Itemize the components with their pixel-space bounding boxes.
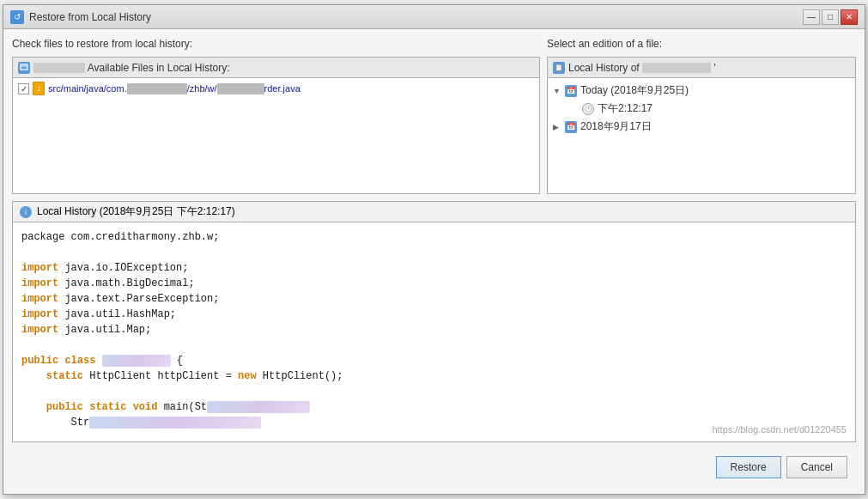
code-line-3: import java.io.IOException; [21, 260, 847, 276]
today-label: Today (2018年9月25日) [580, 83, 689, 98]
time-label: 下午2:12:17 [598, 101, 653, 116]
history-tree: ▼ 📅 Today (2018年9月25日) 🕐 下午2:12:17 [548, 78, 855, 193]
code-line-4: import java.math.BigDecimal; [21, 276, 847, 291]
right-section-label-container: Select an edition of a file: [547, 38, 856, 50]
code-area: package com.creditharmony.zhb.w; import … [13, 222, 855, 441]
today-arrow: ▼ [553, 87, 561, 95]
code-line-11 [21, 384, 847, 399]
date2-label: 2018年9月17日 [580, 119, 652, 134]
left-panel-header-icon [18, 62, 30, 74]
check-files-label: Check files to restore from local histor… [12, 38, 192, 50]
code-line-6: import java.util.HashMap; [21, 307, 847, 322]
code-line-2 [21, 245, 847, 260]
code-line-12: public static void main(St [21, 399, 847, 415]
cancel-button[interactable]: Cancel [786, 456, 847, 478]
bottom-section: i Local History (2018年9月25日 下午2:12:17) p… [12, 201, 856, 442]
window-controls: — □ ✕ [803, 9, 858, 25]
maximize-button[interactable]: □ [822, 9, 839, 25]
dialog-body: Check files to restore from local histor… [3, 29, 865, 494]
minimize-button[interactable]: — [803, 9, 820, 25]
svg-rect-0 [21, 64, 27, 70]
left-panel: Available Files in Local History: J src/… [12, 57, 540, 194]
code-area-wrapper[interactable]: package com.creditharmony.zhb.w; import … [13, 222, 855, 441]
today-calendar-icon: 📅 [565, 85, 577, 97]
restore-button[interactable]: Restore [716, 456, 781, 478]
section-labels-row: Check files to restore from local histor… [12, 38, 856, 50]
file-path: src/main/java/com./zhb/w/rder.java [48, 83, 300, 94]
code-line-10: static HttpClient httpClient = new HttpC… [21, 368, 847, 384]
left-section-label-container: Check files to restore from local histor… [12, 38, 540, 50]
select-edition-label: Select an edition of a file: [547, 38, 662, 50]
file-checkbox[interactable] [18, 83, 29, 94]
top-section: Available Files in Local History: J src/… [12, 57, 856, 194]
file-icon: J [33, 82, 45, 95]
right-panel-icon: 📋 [553, 62, 565, 74]
time-clock-icon: 🕐 [582, 103, 594, 115]
info-icon: i [20, 206, 32, 218]
code-line-9: public class { [21, 353, 847, 368]
restore-dialog: ↺ Restore from Local History — □ ✕ Check… [3, 4, 865, 495]
bottom-header: i Local History (2018年9月25日 下午2:12:17) [13, 202, 855, 222]
title-bar: ↺ Restore from Local History — □ ✕ [3, 5, 865, 29]
right-panel: 📋 Local History of ' ▼ 📅 Today (2018年9月2… [547, 57, 856, 194]
right-panel-header-text: Local History of ' [568, 62, 716, 74]
dialog-title: Restore from Local History [29, 11, 151, 23]
tree-node-time[interactable]: 🕐 下午2:12:17 [570, 100, 850, 118]
code-line-5: import java.text.ParseException; [21, 291, 847, 307]
close-button[interactable]: ✕ [841, 9, 858, 25]
left-panel-header: Available Files in Local History: [13, 58, 539, 78]
tree-node-date2[interactable]: ▶ 📅 2018年9月17日 [553, 118, 850, 136]
date2-calendar-icon: 📅 [565, 121, 577, 133]
right-panel-header: 📋 Local History of ' [548, 58, 855, 78]
code-line-7: import java.util.Map; [21, 322, 847, 338]
footer-section: Restore Cancel [12, 449, 856, 485]
left-panel-header-text: Available Files in Local History: [33, 62, 230, 74]
tree-node-today[interactable]: ▼ 📅 Today (2018年9月25日) [553, 82, 850, 100]
title-bar-left: ↺ Restore from Local History [10, 10, 151, 24]
bottom-header-text: Local History (2018年9月25日 下午2:12:17) [37, 204, 235, 219]
code-line-1: package com.creditharmony.zhb.w; [21, 229, 847, 245]
date2-arrow: ▶ [553, 123, 561, 131]
tree-child-time: 🕐 下午2:12:17 [570, 100, 850, 118]
dialog-icon: ↺ [10, 10, 24, 24]
code-line-8 [21, 338, 847, 353]
file-row[interactable]: J src/main/java/com./zhb/w/rder.java [13, 78, 539, 99]
watermark: https://blog.csdn.net/d01220455 [712, 424, 847, 435]
